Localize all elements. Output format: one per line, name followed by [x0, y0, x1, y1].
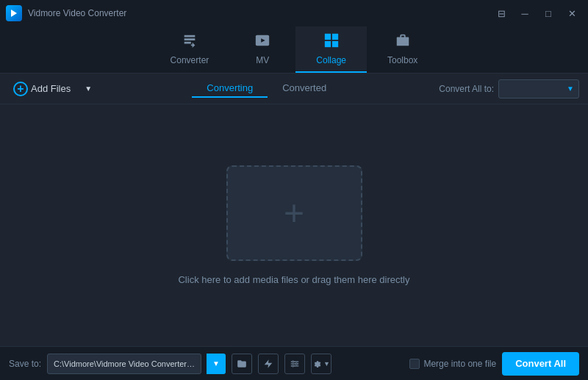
svg-point-10 — [293, 360, 294, 362]
settings2-icon-button[interactable] — [284, 354, 305, 374]
tab-collage-label: Collage — [316, 55, 346, 65]
lightning-icon-button[interactable] — [258, 354, 279, 374]
toolbar: + Add Files ▼ Converting Converted Conve… — [0, 74, 588, 104]
app-logo — [6, 5, 22, 21]
svg-rect-2 — [324, 34, 330, 40]
drop-zone[interactable]: + — [226, 165, 362, 261]
close-button[interactable]: ✕ — [562, 5, 582, 21]
format-select-arrow: ▼ — [567, 85, 574, 93]
tab-mv[interactable]: MV — [229, 26, 295, 73]
svg-rect-4 — [324, 41, 330, 47]
tab-toolbox[interactable]: Toolbox — [367, 26, 438, 73]
converter-icon — [182, 32, 198, 52]
convert-all-to-group: Convert All to: ▼ — [439, 79, 579, 98]
path-dropdown-button[interactable]: ▼ — [207, 354, 226, 374]
merge-checkbox[interactable] — [409, 359, 420, 369]
save-path-input[interactable]: C:\Vidmore\Vidmore Video Converter\Conve… — [47, 354, 201, 374]
format-select[interactable]: ▼ — [498, 79, 579, 98]
gear-dropdown-arrow: ▼ — [323, 360, 330, 368]
merge-checkbox-group: Merge into one file — [409, 359, 496, 369]
gear-icon-button[interactable]: ▼ — [311, 354, 331, 374]
title-bar: Vidmore Video Converter ⊟ ─ □ ✕ — [0, 0, 588, 26]
mv-icon — [254, 32, 270, 52]
drop-zone-plus-icon: + — [284, 196, 304, 231]
svg-point-12 — [293, 365, 294, 366]
bottom-bar: Save to: C:\Vidmore\Vidmore Video Conver… — [0, 346, 588, 380]
svg-rect-3 — [332, 34, 338, 40]
add-files-dropdown-arrow[interactable]: ▼ — [82, 83, 94, 95]
add-files-label: Add Files — [31, 83, 71, 94]
tab-converter-label: Converter — [171, 55, 209, 65]
main-content: + Click here to add media files or drag … — [0, 104, 588, 346]
add-plus-icon: + — [13, 82, 28, 96]
convert-all-to-label: Convert All to: — [439, 84, 494, 94]
minimize-button[interactable]: ─ — [514, 5, 535, 21]
tab-converter[interactable]: Converter — [150, 26, 230, 73]
sub-tab-converting[interactable]: Converting — [192, 79, 268, 98]
save-path-value: C:\Vidmore\Vidmore Video Converter\Conve… — [54, 359, 195, 368]
title-bar-left: Vidmore Video Converter — [6, 5, 126, 21]
merge-label: Merge into one file — [423, 359, 496, 369]
drop-zone-hint: Click here to add media files or drag th… — [178, 274, 409, 285]
svg-marker-6 — [265, 359, 273, 368]
sub-tab-converted[interactable]: Converted — [268, 79, 341, 98]
nav-tabs: Converter MV Collage Toolbox — [0, 26, 588, 74]
folder-icon-button[interactable] — [232, 354, 252, 374]
app-title: Vidmore Video Converter — [28, 8, 126, 18]
window-controls: ⊟ ─ □ ✕ — [491, 5, 582, 21]
svg-point-11 — [295, 362, 297, 364]
tab-toolbox-label: Toolbox — [387, 55, 417, 65]
chat-button[interactable]: ⊟ — [491, 5, 512, 21]
sub-tabs: Converting Converted — [101, 79, 431, 98]
save-to-label: Save to: — [9, 359, 41, 369]
tab-mv-label: MV — [256, 55, 269, 65]
convert-all-button[interactable]: Convert All — [502, 352, 579, 376]
svg-marker-0 — [11, 10, 17, 17]
maximize-button[interactable]: □ — [538, 5, 559, 21]
svg-rect-5 — [332, 41, 338, 47]
add-files-button[interactable]: + Add Files — [9, 79, 75, 99]
collage-icon — [323, 32, 340, 52]
toolbox-icon — [395, 32, 411, 52]
tab-collage[interactable]: Collage — [295, 26, 367, 73]
